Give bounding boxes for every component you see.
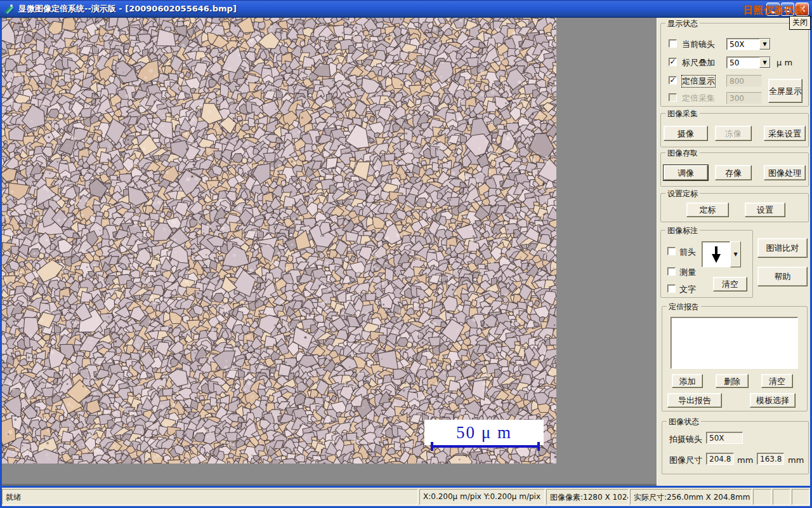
window-title: 显微图像定倍系统--演示版 - [20090602055646.bmp]: [18, 3, 237, 15]
ruler-overlay-label: 标尺叠加: [682, 57, 715, 69]
status-bar: 就绪 X:0.200μ m/pix Y:0.200μ m/pix 图像像素:12…: [2, 488, 810, 506]
ruler-overlay-checkbox[interactable]: ✓: [669, 58, 677, 66]
ruler-value-combobox[interactable]: 50 ▼: [726, 57, 771, 69]
help-button[interactable]: 帮助: [757, 267, 808, 286]
micrograph-viewport[interactable]: 50 μ m: [2, 18, 556, 464]
client-area: 50 μ m: [2, 18, 657, 486]
current-lens-checkbox[interactable]: [669, 39, 677, 48]
app-icon: [4, 4, 15, 15]
shoot-lens-field: 50X: [706, 432, 743, 444]
close-button[interactable]: ×: [796, 3, 809, 16]
save-image-button[interactable]: 存像: [715, 165, 752, 180]
lens-combobox-arrow-icon[interactable]: ▼: [759, 39, 770, 50]
close-icon: ×: [798, 4, 806, 14]
status-actual-size: 实际尺寸:256.0mm X 204.8mm: [630, 489, 752, 505]
ruler-combobox-arrow-icon[interactable]: ▼: [759, 57, 770, 68]
app-window: 显微图像定倍系统--演示版 - [20090602055646.bmp] × 日…: [0, 0, 812, 508]
image-process-button[interactable]: 图像处理: [764, 165, 806, 180]
fixed-display-checkbox[interactable]: ✓: [669, 76, 677, 84]
image-width-unit: mm: [737, 455, 753, 465]
group-display-status: 显示状态 当前镜头 50X ▼ ✓ 标尺叠加 50 ▼ μ m ✓ 定倍显示 8…: [660, 23, 809, 107]
group-image-status: 图像状态 拍摄镜头 50X 图像尺寸 204.8 mm 163.8 mm: [662, 421, 809, 474]
arrow-style-dropdown-icon[interactable]: ▼: [730, 241, 741, 267]
report-delete-button[interactable]: 删除: [716, 374, 749, 388]
group-capture-title: 图像采集: [665, 109, 700, 119]
atlas-compare-button[interactable]: 图谱比对: [757, 238, 808, 258]
lens-combobox-value: 50X: [727, 39, 759, 50]
measure-checkbox-label: 测量: [679, 267, 696, 278]
scale-bar-label-box: 50 μ m: [424, 420, 544, 445]
group-report: 定倍报告 添加 删除 清空 导出报告 模板选择: [662, 306, 808, 411]
group-image-status-title: 图像状态: [667, 417, 701, 427]
text-checkbox-label: 文字: [679, 284, 696, 295]
shoot-button[interactable]: 摄像: [664, 126, 708, 141]
image-size-label: 图像尺寸: [669, 455, 702, 466]
arrow-checkbox-label: 箭头: [679, 246, 696, 258]
minimize-button[interactable]: [766, 3, 780, 16]
calibrate-button[interactable]: 定标: [686, 203, 729, 217]
report-listbox[interactable]: [671, 317, 798, 369]
arrow-style-preview: [702, 241, 730, 267]
scale-bar-text: 50 μ m: [456, 423, 512, 443]
restore-icon: [785, 7, 790, 12]
freeze-button: 冻像: [715, 126, 752, 141]
group-storage-title: 图像存取: [665, 148, 700, 159]
fixed-capture-field: 300: [726, 92, 762, 104]
report-clear-button[interactable]: 清空: [761, 374, 793, 388]
measure-checkbox[interactable]: [667, 267, 676, 276]
fixed-capture-checkbox: [669, 93, 677, 102]
annotation-clear-button[interactable]: 清空: [713, 277, 747, 291]
template-select-button[interactable]: 模板选择: [750, 393, 796, 408]
fixed-display-label: 定倍显示: [682, 76, 715, 87]
image-height-unit: mm: [788, 455, 804, 465]
titlebar[interactable]: 显微图像定倍系统--演示版 - [20090602055646.bmp] × 日…: [0, 0, 812, 18]
status-ready: 就绪: [2, 489, 418, 505]
minimize-icon: [771, 11, 776, 13]
status-extra-1: [753, 489, 771, 505]
group-display-status-title: 显示状态: [665, 18, 700, 29]
load-image-button[interactable]: 调像: [664, 165, 708, 180]
lens-combobox[interactable]: 50X ▼: [726, 38, 771, 50]
text-checkbox[interactable]: [667, 284, 676, 293]
status-extra-3: [792, 489, 809, 505]
calibration-setup-button[interactable]: 设置: [745, 203, 785, 217]
down-arrow-icon: [710, 246, 723, 264]
status-extra-2: [773, 489, 790, 505]
group-storage: 图像存取 调像 存像 图像处理: [660, 152, 809, 187]
micrograph-image: [2, 18, 556, 464]
group-calibration-title: 设置定标: [665, 189, 700, 199]
group-capture: 图像采集 摄像 冻像 采集设置: [660, 113, 809, 147]
group-annotation-title: 图像标注: [665, 225, 700, 236]
fullscreen-button[interactable]: 全屏显示: [768, 79, 802, 103]
fixed-capture-label: 定倍采集: [682, 93, 715, 104]
group-report-title: 定倍报告: [667, 302, 701, 312]
image-height-field: 163.8: [757, 453, 784, 465]
shoot-lens-label: 拍摄镜头: [669, 434, 702, 445]
arrow-style-combobox[interactable]: ▼: [702, 241, 741, 267]
close-tooltip: 关闭: [789, 16, 811, 30]
restore-button[interactable]: [781, 3, 794, 16]
control-panel: 显示状态 当前镜头 50X ▼ ✓ 标尺叠加 50 ▼ μ m ✓ 定倍显示 8…: [657, 18, 810, 486]
status-pixel-scale: X:0.200μ m/pix Y:0.200μ m/pix: [419, 489, 545, 505]
export-report-button[interactable]: 导出报告: [667, 393, 722, 408]
group-annotation: 图像标注 箭头 测量 文字 ▼ 清空: [660, 230, 753, 298]
group-calibration: 设置定标 定标 设置: [660, 193, 809, 222]
scale-bar-line: [431, 442, 540, 451]
current-lens-label: 当前镜头: [682, 39, 715, 50]
ruler-combobox-value: 50: [727, 57, 759, 68]
ruler-unit-label: μ m: [776, 58, 792, 67]
arrow-checkbox[interactable]: [667, 247, 676, 255]
status-image-pixels: 图像像素:1280 X 1024: [546, 489, 629, 505]
image-width-field: 204.8: [706, 453, 734, 465]
fixed-display-field: 800: [726, 75, 762, 87]
report-add-button[interactable]: 添加: [672, 374, 703, 388]
capture-settings-button[interactable]: 采集设置: [764, 126, 806, 141]
